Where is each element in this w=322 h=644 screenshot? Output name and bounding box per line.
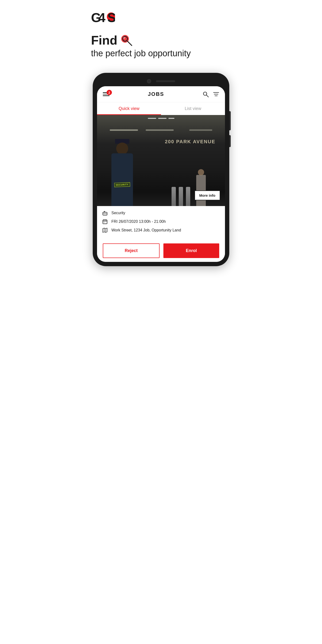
job-datetime-row: FRI 26/07/2020 13:00h - 21:00h [102, 218, 220, 225]
phone-wrapper: 2 JOBS [80, 73, 242, 266]
phone-side-button-volume [229, 135, 231, 147]
more-info-button[interactable]: More info [194, 190, 220, 200]
ceiling-line-2 [146, 130, 174, 131]
security-badge-text: SECURITY [114, 182, 130, 187]
notification-badge: 2 [106, 90, 112, 95]
ceiling-line-1 [110, 130, 138, 131]
search-icon[interactable] [202, 91, 209, 97]
hamburger-line-3 [103, 95, 110, 96]
bg-person-head [198, 169, 204, 176]
app-header-actions [202, 91, 219, 97]
slide-dot-1 [148, 118, 156, 119]
phone-notch [97, 77, 225, 86]
calendar-icon [102, 219, 108, 224]
svg-point-7 [123, 37, 125, 39]
tab-list-view[interactable]: List view [161, 102, 225, 115]
bollard-1 [186, 187, 190, 206]
phone-camera [147, 79, 151, 84]
role-icon [102, 210, 108, 216]
g4s-logo: G 4 S [91, 10, 115, 25]
location-icon [102, 227, 108, 233]
svg-marker-20 [103, 228, 107, 232]
phone-side-button-power [229, 111, 231, 130]
enrol-button[interactable]: Enrol [164, 244, 219, 258]
slide-dot-3 [168, 118, 174, 119]
svg-text:4: 4 [98, 10, 106, 25]
svg-point-19 [104, 222, 104, 222]
svg-rect-15 [103, 220, 107, 224]
datetime-icon [102, 218, 108, 225]
page-header: G 4 S Find the perfect job opportunity [80, 0, 242, 73]
phone-speaker [156, 80, 175, 82]
avenue-sign: 200 PARK AVENUE [165, 139, 216, 144]
map-icon [102, 228, 108, 233]
search-svg [202, 91, 209, 97]
job-role-row: Security [102, 210, 220, 216]
job-image: 200 PARK AVENUE [97, 115, 225, 206]
guard-body: SECURITY [112, 153, 133, 206]
briefcase-icon [102, 210, 108, 216]
svg-text:S: S [107, 10, 115, 25]
app-title: JOBS [148, 91, 164, 97]
find-search-icon [120, 34, 133, 46]
job-location-row: Work Street, 1234 Job, Opportunity Land [102, 227, 220, 233]
job-location-text: Work Street, 1234 Job, Opportunity Land [112, 228, 181, 232]
view-tabs: Quick view List view [97, 102, 225, 115]
app-header: 2 JOBS [97, 86, 225, 102]
phone-screen: 2 JOBS [97, 86, 225, 262]
svg-point-8 [204, 92, 207, 95]
svg-line-6 [128, 41, 132, 46]
job-datetime-text: FRI 26/07/2020 13:00h - 21:00h [112, 220, 166, 224]
guard-figure: SECURITY [112, 153, 133, 206]
page-subtitle: the perfect job opportunity [91, 48, 231, 58]
bollard-2 [179, 187, 183, 206]
svg-line-9 [206, 95, 208, 97]
filter-svg [213, 91, 219, 97]
job-card: 200 PARK AVENUE [97, 115, 225, 240]
bollard-3 [172, 187, 176, 206]
find-heading: Find [91, 33, 118, 48]
ceiling-line-3 [189, 130, 212, 131]
phone-mockup: 2 JOBS [93, 73, 229, 266]
page-title-area: Find the perfect job opportunity [91, 33, 231, 58]
bottom-buttons: Reject Enrol [97, 240, 225, 262]
menu-icon-wrap[interactable]: 2 [103, 92, 110, 96]
job-role-text: Security [112, 211, 125, 215]
logo-container: G 4 S [91, 10, 231, 26]
reject-button[interactable]: Reject [103, 244, 160, 258]
slide-dot-2 [158, 118, 166, 119]
job-details: Security F [97, 206, 225, 240]
tab-quick-view[interactable]: Quick view [97, 102, 161, 115]
filter-icon[interactable] [213, 91, 219, 97]
slide-indicators [97, 118, 225, 119]
guard-head [116, 142, 128, 154]
